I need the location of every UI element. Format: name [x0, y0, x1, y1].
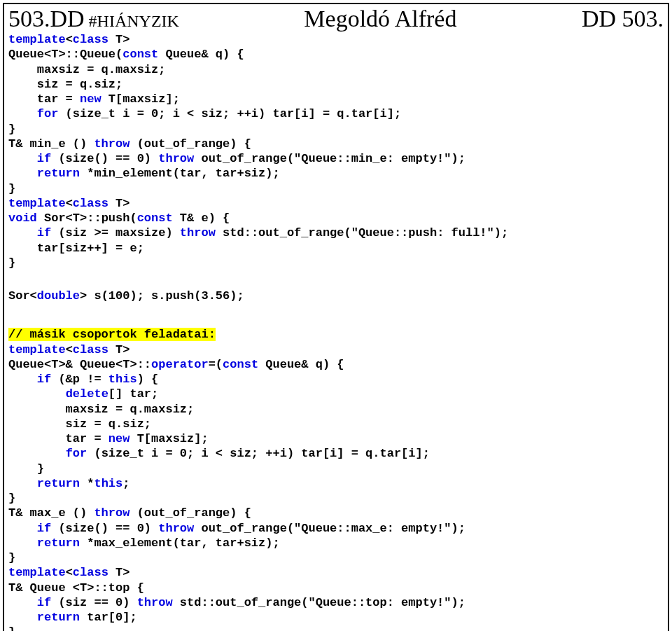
kw-delete: delete [66, 387, 108, 401]
kw-template: template [8, 343, 66, 356]
kw-if: if [37, 373, 51, 386]
page-header: 503.DD #HIÁNYZIK Megoldó Alfréd DD 503. [4, 4, 668, 32]
kw-throw: throw [94, 506, 130, 520]
kw-this: this [94, 477, 122, 490]
kw-return: return [37, 536, 80, 550]
kw-this: this [108, 373, 137, 386]
kw-class: class [73, 566, 108, 579]
gap [4, 275, 668, 289]
kw-throw: throw [158, 152, 194, 165]
kw-throw: throw [137, 596, 173, 609]
kw-for: for [37, 107, 59, 120]
kw-if: if [37, 226, 51, 240]
kw-class: class [73, 343, 108, 356]
kw-const: const [137, 212, 173, 225]
header-center: Megoldó Alfréd [179, 6, 582, 32]
kw-if: if [37, 596, 51, 609]
kw-void: void [8, 212, 37, 225]
kw-throw: throw [94, 137, 130, 151]
kw-return: return [37, 477, 80, 490]
code-block-1: template<class T> Queue<T>::Queue(const … [4, 32, 668, 275]
kw-class: class [73, 197, 108, 210]
code-block-3: // másik csoportok feladatai: template<c… [4, 327, 668, 631]
gap [4, 307, 668, 327]
kw-throw: throw [180, 226, 216, 240]
kw-template: template [8, 33, 66, 46]
header-right: DD 503. [582, 6, 664, 32]
kw-class: class [73, 33, 108, 46]
header-left-num: 503.DD [8, 6, 85, 32]
kw-return: return [37, 611, 80, 624]
kw-const: const [223, 358, 258, 371]
kw-const: const [122, 48, 158, 61]
kw-template: template [8, 566, 66, 579]
kw-new: new [108, 432, 130, 445]
page-frame: 503.DD #HIÁNYZIK Megoldó Alfréd DD 503. … [3, 3, 669, 631]
header-left: 503.DD #HIÁNYZIK [8, 6, 179, 32]
kw-if: if [37, 522, 51, 535]
kw-if: if [37, 152, 51, 165]
kw-for: for [66, 447, 88, 460]
highlight-comment: // másik csoportok feladatai: [8, 328, 216, 341]
header-left-tag: #HIÁNYZIK [85, 12, 179, 30]
code-block-2: Sor<double> s(100); s.push(3.56); [4, 289, 668, 307]
kw-return: return [37, 167, 80, 180]
kw-new: new [80, 92, 102, 106]
kw-double: double [37, 289, 80, 303]
kw-operator: operator [151, 358, 209, 371]
kw-throw: throw [158, 522, 194, 535]
kw-template: template [8, 197, 66, 210]
